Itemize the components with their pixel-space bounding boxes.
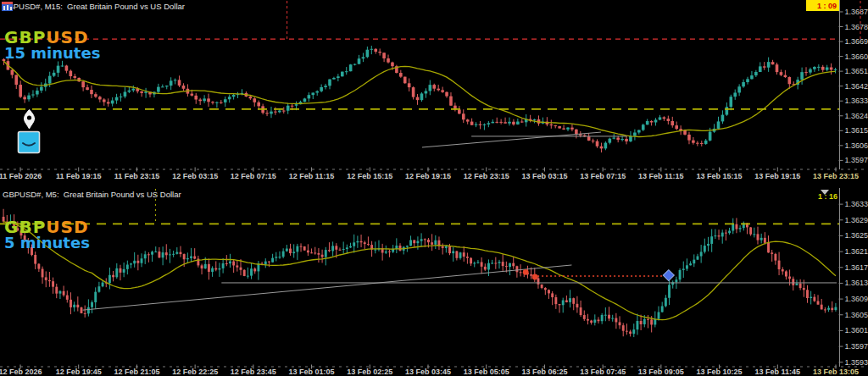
price-label: 1.36420 (845, 82, 868, 91)
chart-title-m5: GBPUSD#, M5: Great Britain Pound vs US D… (3, 190, 181, 199)
time-label: 13 Feb 05:05 (464, 368, 509, 376)
time-label: 13 Feb 13:05 (813, 368, 859, 376)
time-label: 12 Feb 23:45 (231, 368, 276, 376)
price-label: 1.36690 (845, 37, 868, 46)
price-label: 1.36330 (845, 97, 868, 105)
moving-average-line (4, 61, 836, 136)
time-label: 12 Feb 21:05 (114, 368, 159, 376)
time-label: 13 Feb 07:45 (580, 368, 626, 376)
time-label: 12 Feb 19:45 (56, 368, 102, 376)
exit-diamond-icon (663, 270, 674, 281)
time-label: 12 Feb 23:15 (464, 172, 509, 180)
price-label: 1.36290 (845, 216, 868, 224)
smiley-box-icon[interactable] (17, 130, 41, 154)
price-label: 1.36250 (845, 231, 868, 240)
price-label: 1.36780 (845, 23, 868, 31)
price-label: 1.36170 (845, 263, 868, 272)
time-label: 12 Feb 2026 (0, 368, 42, 376)
candlestick-chart-m5[interactable]: 1.363301.362901.362501.362101.361701.361… (0, 188, 868, 376)
time-label: 11 Feb 2026 (0, 172, 42, 180)
candles (3, 46, 837, 152)
time-label: 13 Feb 07:15 (580, 172, 626, 180)
price-label: 1.36060 (845, 141, 868, 150)
candles (3, 209, 837, 337)
price-label: 1.36870 (845, 8, 868, 16)
time-label: 13 Feb 06:25 (521, 368, 567, 376)
price-label: 1.35970 (845, 342, 868, 351)
candle-countdown-m5: 1 : 16 (787, 192, 837, 201)
time-label: 13 Feb 03:15 (521, 172, 567, 180)
time-label: 13 Feb 15:15 (697, 172, 743, 180)
time-label: 13 Feb 23:15 (813, 172, 859, 180)
time-label: 11 Feb 23:15 (114, 172, 160, 180)
moving-average-line (3, 222, 836, 320)
time-label: 11 Feb 19:15 (56, 172, 102, 180)
time-label: 13 Feb 03:45 (405, 368, 451, 376)
price-label: 1.36010 (845, 326, 868, 335)
chart-window-icon[interactable] (2, 2, 13, 11)
chart-title-m15: GBPUSD#, M15: Great Britain Pound vs US … (2, 2, 185, 11)
time-label: 13 Feb 01:05 (289, 368, 335, 376)
time-label: 13 Feb 10:25 (697, 368, 743, 376)
trendline (83, 265, 572, 310)
trendline (422, 132, 601, 147)
price-label: 1.36210 (845, 247, 868, 256)
price-label: 1.36330 (845, 200, 868, 208)
candle-countdown-m15: 1 : 09 (806, 0, 839, 11)
price-label: 1.36050 (845, 311, 868, 319)
price-label: 1.36090 (845, 295, 868, 303)
chart-titlebar-m15: GBPUSD#, M15: Great Britain Pound vs US … (2, 1, 185, 11)
time-label: 12 Feb 19:15 (405, 172, 451, 180)
time-label: 12 Feb 15:15 (347, 172, 392, 180)
price-label: 1.36600 (845, 53, 868, 61)
time-label: 13 Feb 02:25 (347, 368, 392, 376)
sell-signal-icon (532, 274, 538, 280)
sell-signal-icon (523, 269, 529, 275)
time-label: 12 Feb 07:15 (231, 172, 276, 180)
trading-terminal: 1.368701.367801.366901.366001.365101.364… (0, 0, 868, 376)
price-label: 1.36150 (845, 126, 868, 135)
time-label: 13 Feb 11:15 (638, 172, 684, 180)
price-label: 1.36240 (845, 112, 868, 120)
time-label: 13 Feb 09:05 (638, 368, 684, 376)
time-label: 13 Feb 11:45 (755, 368, 801, 376)
candlestick-chart-m15[interactable]: 1.368701.367801.366901.366001.365101.364… (0, 0, 868, 188)
price-label: 1.35970 (845, 156, 868, 164)
price-label: 1.35930 (845, 358, 868, 367)
price-label: 1.36510 (845, 67, 868, 75)
time-label: 12 Feb 22:25 (172, 368, 218, 376)
price-label: 1.36130 (845, 279, 868, 287)
time-label: 12 Feb 11:15 (289, 172, 335, 180)
pen-nib-icon[interactable] (22, 109, 36, 130)
time-label: 12 Feb 03:15 (172, 172, 218, 180)
time-label: 13 Feb 19:15 (754, 172, 800, 180)
